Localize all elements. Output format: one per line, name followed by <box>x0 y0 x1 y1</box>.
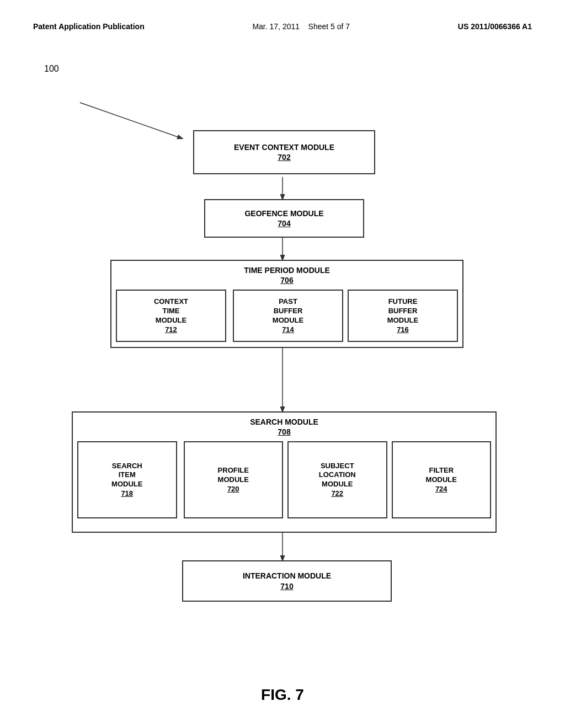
subject-location-module: SUBJECT LOCATION MODULE 722 <box>287 441 387 518</box>
future-buffer-module: FUTURE BUFFER MODULE 716 <box>348 290 458 342</box>
past-buffer-module: PAST BUFFER MODULE 714 <box>233 290 343 342</box>
header-right: US 2011/0066366 A1 <box>458 22 532 31</box>
diagram: 100 EVENT CONTEXT MODULE 702 GEOFENCE MO… <box>0 53 565 715</box>
ref-label: 100 <box>44 64 59 74</box>
search-module: SEARCH MODULE 708 SEARCH ITEM MODULE 718… <box>72 411 497 533</box>
search-item-module: SEARCH ITEM MODULE 718 <box>77 441 177 518</box>
event-context-module: EVENT CONTEXT MODULE 702 <box>193 130 375 174</box>
context-time-module: CONTEXT TIME MODULE 712 <box>116 290 226 342</box>
filter-module: FILTER MODULE 724 <box>392 441 492 518</box>
profile-module: PROFILE MODULE 720 <box>184 441 284 518</box>
page-header: Patent Application Publication Mar. 17, … <box>0 0 565 42</box>
fig-label: FIG. 7 <box>0 686 565 704</box>
header-center: Mar. 17, 2011 Sheet 5 of 7 <box>252 22 350 31</box>
interaction-module: INTERACTION MODULE 710 <box>182 560 392 602</box>
header-left: Patent Application Publication <box>33 22 145 31</box>
time-period-module: TIME PERIOD MODULE 706 CONTEXT TIME MODU… <box>110 260 463 348</box>
svg-line-0 <box>80 103 182 138</box>
geofence-module: GEOFENCE MODULE 704 <box>204 199 364 238</box>
